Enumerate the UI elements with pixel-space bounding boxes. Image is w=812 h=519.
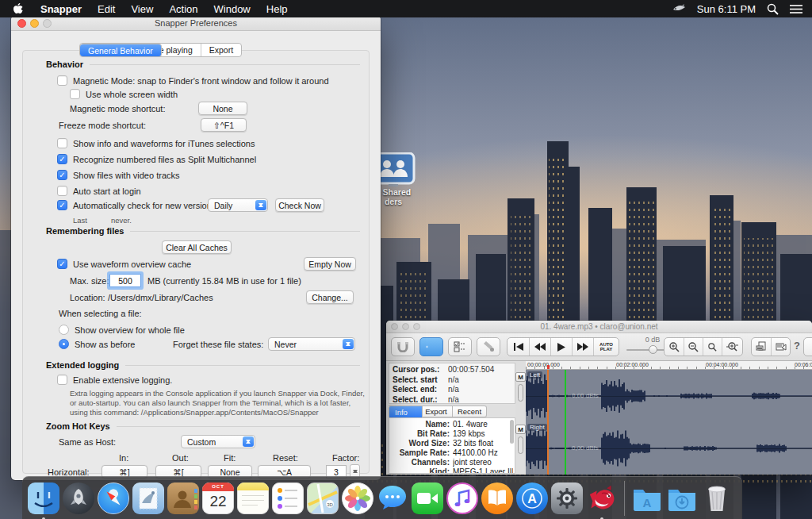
- rewind-button[interactable]: [529, 338, 550, 356]
- tab-export[interactable]: Export: [201, 44, 241, 56]
- mute-right-button[interactable]: M: [515, 425, 526, 434]
- menu-action[interactable]: Action: [161, 3, 205, 15]
- same-as-host-select[interactable]: Custom: [181, 435, 255, 448]
- max-size-field[interactable]: [109, 274, 141, 287]
- split-multichannel-checkbox[interactable]: ✓: [57, 154, 67, 164]
- tab-general-behavior[interactable]: General Behavior: [80, 44, 162, 57]
- play-button[interactable]: [550, 338, 572, 356]
- dock-app-store[interactable]: A: [516, 482, 548, 514]
- info-scrollbar[interactable]: [510, 420, 514, 444]
- menu-view[interactable]: View: [123, 3, 161, 15]
- dock-itunes[interactable]: [446, 482, 478, 514]
- close-button[interactable]: [391, 323, 398, 330]
- info-tab-bar: Info Regi... Export Recent: [389, 406, 515, 417]
- video-tracks-checkbox[interactable]: ✓: [57, 170, 67, 180]
- itunes-checkbox[interactable]: [57, 138, 67, 148]
- close-button[interactable]: [17, 19, 26, 28]
- dock-downloads-folder[interactable]: [666, 482, 698, 514]
- clipped-toolbar-button[interactable]: [803, 337, 812, 356]
- zoom-button[interactable]: [43, 19, 52, 28]
- waveform-area[interactable]: 00:00:00.000 00:02:00.000 00:04:00.000 0…: [526, 361, 812, 475]
- empty-now-button[interactable]: Empty Now: [304, 257, 356, 271]
- change-location-button[interactable]: Change...: [306, 290, 354, 304]
- check-now-button[interactable]: Check Now: [275, 198, 324, 212]
- dock-messages[interactable]: [377, 482, 408, 514]
- dock-finder[interactable]: [28, 482, 59, 514]
- spotlight-search-icon[interactable]: [767, 3, 779, 15]
- freeze-mode-button[interactable]: [419, 337, 443, 356]
- freeze-shortcut-button[interactable]: ⇧^F1: [201, 118, 247, 132]
- check-interval-select[interactable]: Daily: [208, 198, 268, 212]
- zoom-fit-button[interactable]: [703, 338, 722, 356]
- minimize-button[interactable]: [402, 323, 409, 330]
- dock-facetime[interactable]: [412, 482, 443, 514]
- autostart-checkbox[interactable]: [57, 186, 67, 196]
- prefs-titlebar[interactable]: Snapper Preferences: [11, 16, 381, 31]
- whole-screen-checkbox[interactable]: [70, 89, 80, 99]
- waveform-cache-checkbox[interactable]: ✓: [57, 259, 67, 269]
- tools-button[interactable]: [477, 337, 500, 356]
- magnetic-shortcut-button[interactable]: None: [198, 102, 247, 115]
- dock-reminders[interactable]: [272, 482, 304, 514]
- menu-window[interactable]: Window: [206, 3, 259, 15]
- dock-system-preferences[interactable]: [551, 482, 583, 514]
- fast-forward-button[interactable]: [572, 338, 593, 356]
- menu-edit[interactable]: Edit: [90, 3, 123, 15]
- right-channel-lane[interactable]: Right 0,00 dBfs: [526, 422, 812, 475]
- menu-help[interactable]: Help: [259, 3, 296, 15]
- col-reset-label: Reset:: [273, 453, 298, 463]
- dock-launchpad[interactable]: [63, 482, 94, 514]
- player-titlebar[interactable]: 01. 4ware.mp3 • claro@union.net: [386, 321, 812, 333]
- extensive-logging-checkbox[interactable]: [57, 375, 67, 385]
- zoom-selection-button[interactable]: [722, 338, 742, 356]
- export-settings-button[interactable]: [771, 338, 790, 356]
- snapper-status-icon[interactable]: [672, 3, 686, 14]
- autoplay-button[interactable]: AUTOPLAY: [593, 338, 619, 356]
- help-button[interactable]: ?: [794, 340, 800, 352]
- dock-maps[interactable]: 3D: [307, 482, 339, 514]
- dock-contacts[interactable]: [167, 482, 199, 514]
- svg-text:3D: 3D: [327, 502, 333, 507]
- menu-clock[interactable]: Sun 6:11 PM: [697, 3, 756, 15]
- location-value: /Users/dmx/Library/Caches: [108, 293, 213, 302]
- magnetic-mode-checkbox[interactable]: [57, 75, 67, 86]
- dock-photos[interactable]: [342, 482, 373, 514]
- magnetic-mode-button[interactable]: [391, 337, 415, 356]
- zoom-in-button[interactable]: [665, 338, 684, 356]
- menu-app-name[interactable]: Snapper: [33, 3, 90, 15]
- clear-all-caches-button[interactable]: Clear All Caches: [162, 240, 232, 254]
- dock-mail[interactable]: [132, 482, 164, 514]
- markers-button[interactable]: [448, 337, 472, 356]
- play-position-line: [565, 370, 566, 475]
- zoom-button[interactable]: [413, 323, 420, 330]
- left-gain-slider[interactable]: [518, 384, 523, 402]
- autocheck-checkbox[interactable]: ✓: [57, 200, 67, 210]
- marker-list-icon: [454, 341, 466, 352]
- overview-whole-file-radio[interactable]: [59, 325, 69, 335]
- forget-states-select[interactable]: Never: [268, 337, 355, 351]
- dock-trash[interactable]: [701, 482, 733, 514]
- zoom-out-button[interactable]: [684, 338, 703, 356]
- dock-ibooks[interactable]: [481, 482, 513, 514]
- gain-slider-thumb[interactable]: [649, 345, 657, 354]
- apple-menu[interactable]: [0, 3, 33, 15]
- timeline-ruler[interactable]: 00:00:00.000 00:02:00.000 00:04:00.000 0…: [526, 361, 812, 370]
- music-note-icon: [446, 482, 478, 514]
- left-channel-lane[interactable]: Left 0,00 dBfs: [526, 370, 812, 422]
- dock-notes[interactable]: [237, 482, 269, 514]
- right-gain-slider[interactable]: [518, 436, 523, 454]
- show-as-before-radio[interactable]: [59, 339, 69, 349]
- export-mp3-button[interactable]: [752, 338, 771, 356]
- tab-export[interactable]: Export: [420, 406, 453, 417]
- playhead-cursor-line[interactable]: [547, 370, 549, 475]
- go-to-start-button[interactable]: [508, 338, 529, 356]
- select-dur-label: Select. dur.:: [393, 395, 443, 406]
- tab-recent[interactable]: Recent: [453, 406, 487, 417]
- notification-center-icon[interactable]: [790, 4, 802, 14]
- dock-calendar[interactable]: OCT 22: [202, 482, 234, 514]
- dock-applications-folder[interactable]: A: [631, 482, 663, 514]
- minimize-button[interactable]: [30, 19, 39, 28]
- dock-snapper[interactable]: [586, 482, 618, 514]
- mute-left-button[interactable]: M: [515, 372, 526, 382]
- dock-safari[interactable]: [98, 482, 129, 514]
